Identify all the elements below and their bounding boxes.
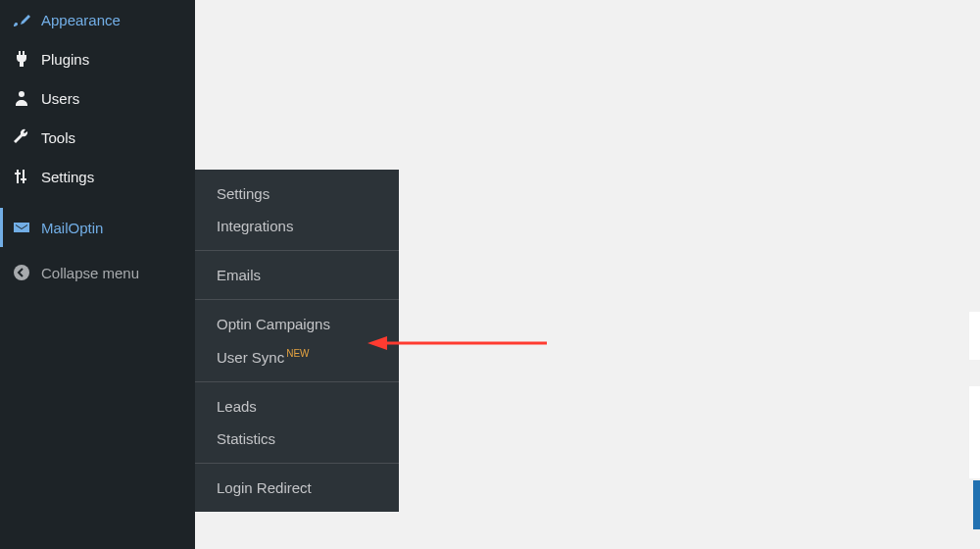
sidebar-item-label: Tools [41,129,75,146]
wrench-icon [12,127,31,147]
submenu-item-emails[interactable]: Emails [195,259,399,291]
admin-sidebar: Appearance Plugins Users Tools Settings … [0,0,195,549]
mailoptin-submenu: Settings Integrations Emails Optin Campa… [195,170,399,512]
sidebar-item-mailoptin[interactable]: MailOptin [0,208,195,247]
sidebar-item-label: Users [41,90,79,107]
submenu-item-integrations[interactable]: Integrations [195,210,399,242]
submenu-group: Emails [195,250,399,299]
sidebar-item-label: Plugins [41,51,89,68]
submenu-item-login-redirect[interactable]: Login Redirect [195,472,399,504]
sidebar-item-label: MailOptin [41,220,103,236]
submenu-group: Settings Integrations [195,170,399,250]
sidebar-item-label: Settings [41,169,94,185]
sidebar-item-tools[interactable]: Tools [0,118,195,157]
submenu-group: Login Redirect [195,463,399,512]
user-icon [12,88,31,108]
new-badge: NEW [286,348,309,359]
submenu-item-statistics[interactable]: Statistics [195,423,399,455]
submenu-group: Optin Campaigns User SyncNEW [195,299,399,381]
submenu-item-settings[interactable]: Settings [195,177,399,210]
sliders-icon [12,167,31,186]
submenu-group: Leads Statistics [195,381,399,463]
submenu-item-optin-campaigns[interactable]: Optin Campaigns [195,308,399,340]
collapse-menu-button[interactable]: Collapse menu [0,253,195,292]
sidebar-item-plugins[interactable]: Plugins [0,39,195,78]
brush-icon [12,10,31,29]
envelope-icon [12,218,31,237]
panel-edge [969,312,980,360]
plug-icon [12,49,31,69]
svg-point-0 [14,265,29,280]
submenu-item-user-sync[interactable]: User SyncNEW [195,340,399,374]
collapse-icon [12,263,31,282]
button-edge [973,480,980,529]
sidebar-item-label: Appearance [41,12,121,28]
sidebar-item-users[interactable]: Users [0,78,195,118]
collapse-label: Collapse menu [41,265,139,281]
sidebar-item-appearance[interactable]: Appearance [0,0,195,39]
sidebar-item-settings[interactable]: Settings [0,157,195,196]
panel-edge [969,386,980,478]
submenu-item-leads[interactable]: Leads [195,390,399,423]
